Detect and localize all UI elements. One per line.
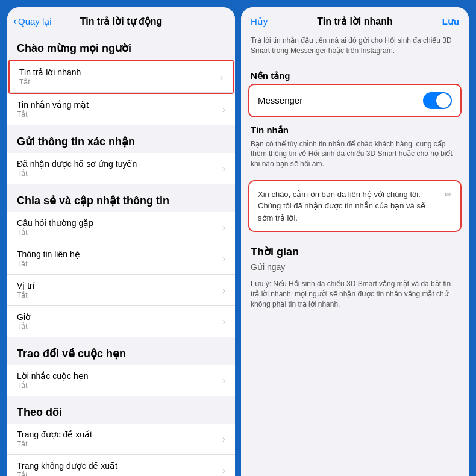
faq-chevron-icon: › [222,222,225,233]
menu-item-faq[interactable]: Câu hỏi thường gặp Tắt › [7,212,235,243]
contact-title: Thông tin liên hệ [17,249,80,259]
right-scroll-area: Trả lời tin nhắn đầu tiên mà ai đó gửi c… [241,32,469,476]
menu-item-away[interactable]: Tin nhắn vắng mặt Tắt › [7,94,235,125]
menu-item-quick-reply[interactable]: Tin trả lời nhanh Tắt › [10,61,233,93]
quick-reply-sub: Tắt [19,78,81,86]
platform-section: Messenger [248,84,462,117]
location-sub: Tắt [17,291,35,299]
quick-reply-title: Tin trả lời nhanh [19,67,81,77]
platform-label: Messenger [258,95,302,105]
away-title: Tin nhắn vắng mặt [17,100,89,110]
confirm-title: Đã nhận được hồ sơ ứng tuyển [17,159,137,169]
section-header-0: Chào mừng mọi người [7,32,235,60]
left-nav-title: Tin trả lời tự động [80,16,163,27]
back-chevron-icon: ‹ [13,15,17,28]
not-suggested-chevron-icon: › [222,465,225,476]
appointment-chevron-icon: › [222,375,225,386]
message-description: Bạn có thể tùy chỉnh tin nhắn để chào kh… [241,138,469,174]
confirm-chevron-icon: › [222,163,225,174]
left-phone-panel: ‹ Quay lại Tin trả lời tự động Chào mừng… [7,7,235,476]
not-suggested-title: Trang không được đề xuất [17,461,117,471]
platform-header: Nền tảng [241,63,469,84]
left-scroll-area: Chào mừng mọi người Tin trả lời nhanh Tắ… [7,32,235,476]
time-header: Thời gian [241,238,469,261]
back-label: Quay lại [18,16,52,27]
faq-sub: Tắt [17,228,93,237]
not-suggested-sub: Tắt [17,471,117,476]
toggle-knob [436,93,451,108]
messenger-toggle[interactable] [423,92,452,109]
menu-item-confirm[interactable]: Đã nhận được hồ sơ ứng tuyển Tắt › [7,153,235,184]
menu-item-location[interactable]: Vị trí Tắt › [7,275,235,306]
contact-sub: Tắt [17,260,80,268]
contact-chevron-icon: › [222,254,225,265]
cancel-button[interactable]: Hủy [251,16,268,27]
right-nav-title: Tin trả lời nhanh [317,16,392,27]
message-box[interactable]: Xin chào, cảm ơn bạn đã liên hệ với chún… [248,180,462,233]
right-description: Trả lời tin nhắn đầu tiên mà ai đó gửi c… [241,32,469,63]
menu-item-not-suggested[interactable]: Trang không được đề xuất Tắt › [7,455,235,476]
section-header-3: Trao đổi về cuộc hẹn [7,337,235,365]
section-header-1: Gửi thông tin xác nhận [7,125,235,153]
location-title: Vị trí [17,281,35,290]
message-header: Tin nhắn [241,117,469,138]
hours-sub: Tắt [17,322,31,331]
suggested-sub: Tắt [17,440,92,448]
away-sub: Tắt [17,110,89,119]
menu-item-suggested[interactable]: Trang được đề xuất Tắt › [7,424,235,455]
menu-item-hours[interactable]: Giờ Tắt › [7,306,235,337]
suggested-title: Trang được đề xuất [17,430,92,439]
right-phone-panel: Hủy Tin trả lời nhanh Lưu Trả lời tin nh… [241,7,469,476]
section-header-2: Chia sẻ và cập nhật thông tin [7,184,235,212]
hours-chevron-icon: › [222,316,225,327]
edit-icon[interactable]: ✏ [445,190,452,199]
appointment-title: Lời nhắc cuộc hẹn [17,371,89,381]
save-button[interactable]: Lưu [442,16,459,27]
faq-title: Câu hỏi thường gặp [17,218,93,228]
location-chevron-icon: › [222,285,225,296]
away-chevron-icon: › [222,104,225,115]
back-button[interactable]: ‹ Quay lại [13,15,52,28]
suggested-chevron-icon: › [222,434,225,445]
quick-reply-chevron-icon: › [220,72,223,83]
highlighted-item-wrapper: Tin trả lời nhanh Tắt › [8,60,234,94]
time-value: Gửi ngay [241,261,469,277]
time-note: Lưu ý: Nếu Hồi sinh đa chiều 3D Smart vắ… [241,277,469,314]
message-content: Xin chào, cảm ơn bạn đã liên hệ với chún… [258,189,440,224]
menu-item-appointment[interactable]: Lời nhắc cuộc hẹn Tắt › [7,365,235,396]
confirm-sub: Tắt [17,169,137,178]
right-nav-bar: Hủy Tin trả lời nhanh Lưu [241,7,469,32]
hours-title: Giờ [17,312,31,322]
appointment-sub: Tắt [17,381,89,390]
section-header-4: Theo dõi [7,396,235,424]
left-nav-bar: ‹ Quay lại Tin trả lời tự động [7,7,235,32]
menu-item-contact[interactable]: Thông tin liên hệ Tắt › [7,243,235,275]
